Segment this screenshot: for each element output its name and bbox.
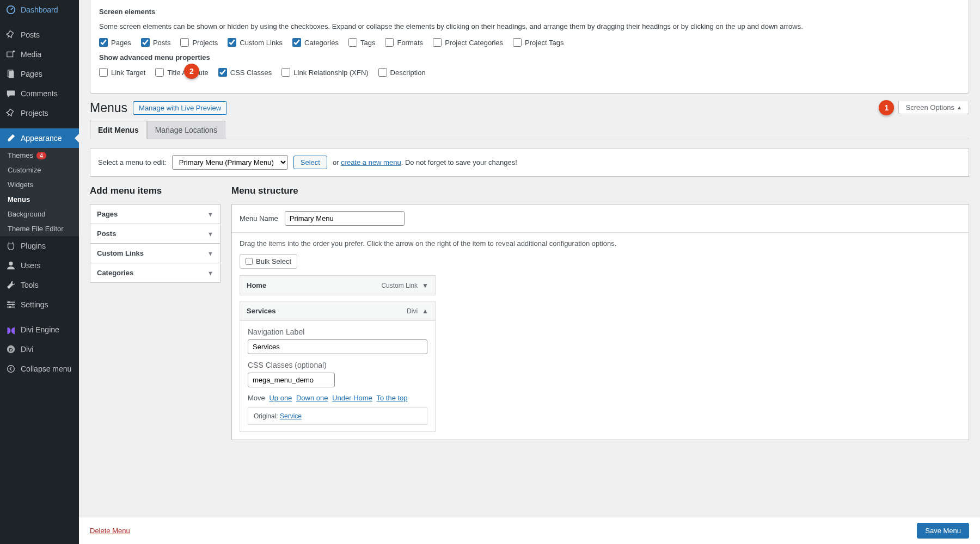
media-icon: [5, 49, 16, 60]
screen-options-panel: Screen elements Some screen elements can…: [90, 0, 969, 94]
sidebar-item-users[interactable]: Users: [0, 256, 79, 275]
svg-point-2: [13, 51, 15, 53]
label: Posts: [21, 30, 40, 39]
label: Media: [21, 50, 41, 59]
bulk-select-checkbox[interactable]: [246, 258, 253, 265]
advanced-props-checkboxes: 2 Link TargetTitle AttributeCSS ClassesL…: [99, 68, 960, 77]
screen-elements-heading: Screen elements: [99, 8, 960, 16]
label: Pages: [21, 70, 42, 78]
live-preview-button[interactable]: Manage with Live Preview: [133, 101, 227, 115]
label: Collapse menu: [21, 364, 71, 373]
accordion-pages[interactable]: Pages▼: [90, 205, 220, 224]
screen-elements-checkboxes: PagesPostsProjectsCustom LinksCategories…: [99, 38, 960, 47]
menu-item-services[interactable]: Services Divi▲ Navigation Label CSS Clas…: [240, 301, 436, 432]
sidebar-item-posts[interactable]: Posts: [0, 25, 79, 45]
css-classes-input[interactable]: [248, 373, 335, 387]
checkbox-link-target[interactable]: Link Target: [99, 68, 145, 77]
chevron-down-icon: ▼: [422, 282, 428, 289]
svg-point-10: [12, 304, 14, 306]
checkbox-project-categories[interactable]: Project Categories: [433, 38, 503, 47]
sub-menus[interactable]: Menus: [0, 192, 79, 207]
tab-manage-locations[interactable]: Manage Locations: [147, 121, 225, 139]
sub-background[interactable]: Background: [0, 207, 79, 221]
settings-icon: [5, 299, 16, 310]
sidebar-item-pages[interactable]: Pages: [0, 64, 79, 84]
move-down-link[interactable]: Down one: [296, 394, 328, 402]
sidebar-item-tools[interactable]: Tools: [0, 275, 79, 295]
accordion-posts[interactable]: Posts▼: [90, 224, 220, 244]
checkbox-posts[interactable]: Posts: [141, 38, 171, 47]
plugin-icon: [5, 240, 16, 251]
label: Projects: [21, 109, 48, 118]
checkbox-description[interactable]: Description: [378, 68, 426, 77]
menu-structure-title: Menu structure: [231, 186, 969, 196]
chevron-up-icon: ▲: [957, 104, 962, 110]
divi-engine-icon: ◗◖: [5, 324, 16, 335]
menu-name-input[interactable]: [285, 211, 405, 226]
menu-structure-box: Menu Name Drag the items into the order …: [231, 204, 969, 440]
checkbox-categories[interactable]: Categories: [292, 38, 339, 47]
callout-1: 1: [879, 100, 894, 115]
checkbox-css-classes[interactable]: CSS Classes: [218, 68, 272, 77]
sidebar-item-collapse[interactable]: Collapse menu: [0, 359, 79, 379]
menu-item-home[interactable]: Home Custom Link▼: [240, 275, 436, 295]
pin-icon: [5, 108, 16, 119]
sidebar-item-appearance[interactable]: Appearance: [0, 128, 79, 148]
svg-point-5: [9, 262, 13, 265]
bulk-select-toggle[interactable]: Bulk Select: [240, 254, 297, 269]
checkbox-title-attribute[interactable]: Title Attribute: [155, 68, 208, 77]
original-link[interactable]: Service: [280, 412, 302, 420]
page-icon: [5, 69, 16, 79]
label: Appearance: [21, 134, 62, 143]
screen-elements-help: Some screen elements can be shown or hid…: [99, 22, 960, 30]
checkbox-projects[interactable]: Projects: [180, 38, 218, 47]
sidebar-item-settings[interactable]: Settings: [0, 295, 79, 314]
create-menu-link[interactable]: create a new menu: [341, 158, 401, 166]
sidebar-item-projects[interactable]: Projects: [0, 103, 79, 123]
move-row: Move Up one Down one Under Home To the t…: [248, 394, 427, 402]
tab-edit-menus[interactable]: Edit Menus: [90, 121, 147, 139]
sub-theme-file-editor[interactable]: Theme File Editor: [0, 221, 79, 236]
move-under-link[interactable]: Under Home: [332, 394, 372, 402]
chevron-down-icon: ▼: [207, 211, 213, 218]
checkbox-formats[interactable]: Formats: [385, 38, 423, 47]
css-classes-label: CSS Classes (optional): [248, 361, 427, 369]
checkbox-link-relationship-(xfn)[interactable]: Link Relationship (XFN): [281, 68, 368, 77]
dashboard-icon: [5, 4, 16, 15]
save-menu-button[interactable]: Save Menu: [917, 523, 969, 539]
svg-text:D: D: [9, 347, 13, 353]
wrench-icon: [5, 280, 16, 290]
advanced-props-heading: Show advanced menu properties: [99, 53, 960, 61]
page-title-row: Menus Manage with Live Preview 1 Screen …: [90, 100, 969, 115]
checkbox-project-tags[interactable]: Project Tags: [513, 38, 564, 47]
delete-menu-link[interactable]: Delete Menu: [90, 527, 130, 535]
checkbox-pages[interactable]: Pages: [99, 38, 131, 47]
sidebar-item-dashboard[interactable]: Dashboard: [0, 0, 79, 20]
brush-icon: [5, 133, 16, 144]
select-button[interactable]: Select: [293, 156, 327, 169]
sidebar-item-divi[interactable]: DDivi: [0, 339, 79, 359]
sub-widgets[interactable]: Widgets: [0, 177, 79, 192]
chevron-up-icon: ▲: [422, 307, 428, 315]
screen-options-toggle[interactable]: Screen Options▲: [898, 101, 969, 114]
sidebar-item-comments[interactable]: Comments: [0, 84, 79, 103]
sub-themes[interactable]: Themes4: [0, 148, 79, 163]
sidebar-item-divi-engine[interactable]: ◗◖Divi Engine: [0, 320, 79, 339]
nav-label-input[interactable]: [248, 339, 427, 354]
menu-select[interactable]: Primary Menu (Primary Menu): [172, 155, 288, 170]
sidebar-item-plugins[interactable]: Plugins: [0, 236, 79, 256]
label: Divi Engine: [21, 325, 59, 334]
move-up-link[interactable]: Up one: [269, 394, 292, 402]
main-content: Screen elements Some screen elements can…: [79, 0, 980, 544]
sidebar-item-media[interactable]: Media: [0, 45, 79, 64]
collapse-icon: [5, 363, 16, 374]
checkbox-custom-links[interactable]: Custom Links: [228, 38, 283, 47]
accordion-categories[interactable]: Categories▼: [90, 263, 220, 282]
move-top-link[interactable]: To the top: [376, 394, 407, 402]
label: Comments: [21, 89, 58, 98]
label: Settings: [21, 300, 48, 309]
sub-customize[interactable]: Customize: [0, 163, 79, 177]
pin-icon: [5, 29, 16, 40]
accordion-custom-links[interactable]: Custom Links▼: [90, 244, 220, 263]
checkbox-tags[interactable]: Tags: [348, 38, 375, 47]
